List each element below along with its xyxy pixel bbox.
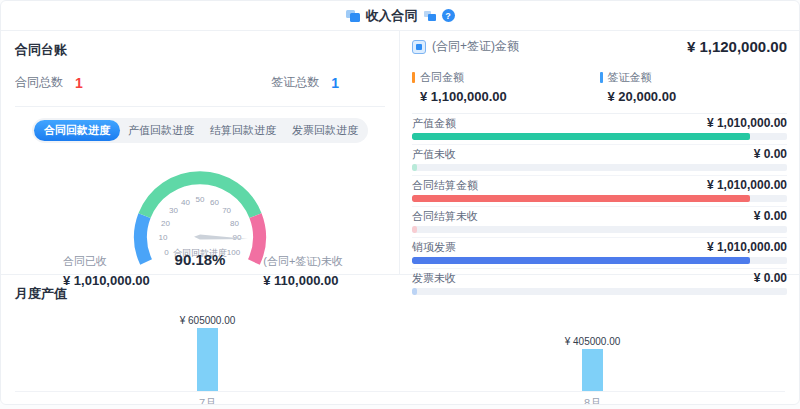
stat-value: 1 (75, 75, 83, 91)
legend-visa-amount: 签证金额 ¥ 20,000.00 (600, 70, 788, 104)
received-amount: 合同已收 ¥ 1,010,000.00 (63, 254, 150, 288)
legend-marker (600, 72, 603, 83)
summary-row-output-invoice: 销项发票¥ 1,010,000.00 (412, 238, 787, 269)
bar-value-label: ¥ 605000.00 (180, 315, 236, 326)
progress-track (412, 164, 787, 171)
ledger-stats: 合同总数 1 签证总数 1 (15, 74, 385, 107)
contract-ledger-panel: 合同台账 合同总数 1 签证总数 1 合同回款进度 产值回款进度 结算回款进度 … (1, 31, 400, 274)
unreceived-amount: (合同+签证)未收 ¥ 110,000.00 (263, 254, 343, 288)
income-contract-dashboard: 收入合同 ? 合同台账 合同总数 1 签证总数 1 合同回款进 (0, 0, 800, 405)
total-amount-row: (合同+签证)金额 ¥ 1,120,000.00 (412, 38, 787, 55)
help-icon[interactable]: ? (442, 9, 455, 22)
progress-fill (412, 164, 417, 171)
bar-group-august: ¥ 405000.00 (400, 305, 785, 391)
monthly-output-chart: ¥ 605000.00 ¥ 405000.00 (15, 305, 785, 391)
summary-row-output-unreceived: 产值未收¥ 0.00 (412, 145, 787, 176)
svg-text:40: 40 (181, 198, 190, 207)
switch-icon[interactable] (424, 11, 436, 21)
stat-value: 1 (331, 75, 339, 91)
progress-track (412, 257, 787, 264)
x-label-july: 7月 (15, 392, 400, 405)
progress-track (412, 226, 787, 233)
gauge-stats: 合同已收 ¥ 1,010,000.00 (合同+签证)未收 ¥ 110,000.… (63, 254, 343, 288)
svg-text:90: 90 (233, 233, 242, 242)
tab-bar: 合同回款进度 产值回款进度 结算回款进度 发票回款进度 (32, 118, 368, 143)
svg-text:20: 20 (161, 219, 170, 228)
progress-fill (412, 133, 750, 140)
page-header: 收入合同 ? (1, 1, 799, 31)
svg-text:80: 80 (230, 219, 239, 228)
svg-text:30: 30 (169, 206, 178, 215)
document-icon (412, 40, 426, 54)
progress-track (412, 195, 787, 202)
total-amount-value: ¥ 1,120,000.00 (687, 38, 787, 55)
x-label-august: 8月 (400, 392, 785, 405)
legend-marker (412, 72, 415, 83)
progress-fill (412, 226, 417, 233)
stat-contract-total: 合同总数 1 (15, 74, 83, 91)
stacked-bar-legend: 合同金额 ¥ 1,100,000.00 签证金额 ¥ 20,000.00 (412, 70, 787, 114)
total-amount-label: (合同+签证)金额 (432, 38, 519, 55)
svg-text:60: 60 (210, 198, 219, 207)
folder-icon (346, 10, 360, 22)
bar-july (197, 328, 218, 391)
bar-value-label: ¥ 405000.00 (565, 336, 621, 347)
tab-contract-progress[interactable]: 合同回款进度 (34, 120, 120, 141)
progress-fill (412, 195, 750, 202)
tab-invoice-progress[interactable]: 发票回款进度 (284, 120, 366, 141)
page-title: 收入合同 (366, 7, 418, 25)
stat-visa-total: 签证总数 1 (271, 74, 339, 91)
svg-text:10: 10 (159, 233, 168, 242)
x-axis: 7月 8月 (15, 391, 785, 405)
tab-settle-progress[interactable]: 结算回款进度 (202, 120, 284, 141)
bar-august (582, 349, 603, 391)
bar-group-july: ¥ 605000.00 (15, 305, 400, 391)
progress-fill (412, 257, 750, 264)
legend-contract-amount: 合同金额 ¥ 1,100,000.00 (412, 70, 600, 104)
svg-text:50: 50 (196, 195, 205, 204)
ledger-title: 合同台账 (15, 41, 385, 59)
stat-label: 签证总数 (271, 74, 319, 91)
progress-tabs: 合同回款进度 产值回款进度 结算回款进度 发票回款进度 (1, 118, 399, 143)
summary-row-invoice-unreceived: 发票未收¥ 0.00 (412, 269, 787, 299)
progress-track (412, 288, 787, 295)
summary-row-settlement-unreceived: 合同结算未收¥ 0.00 (412, 207, 787, 238)
tab-output-progress[interactable]: 产值回款进度 (120, 120, 202, 141)
progress-fill (412, 288, 417, 295)
summary-row-output-amount: 产值金额¥ 1,010,000.00 (412, 114, 787, 145)
svg-text:70: 70 (222, 206, 231, 215)
progress-track (412, 133, 787, 140)
summary-row-settlement-amount: 合同结算金额¥ 1,010,000.00 (412, 176, 787, 207)
amount-summary-panel: (合同+签证)金额 ¥ 1,120,000.00 98.21%1.. 合同金额 … (400, 31, 799, 274)
stat-label: 合同总数 (15, 74, 63, 91)
